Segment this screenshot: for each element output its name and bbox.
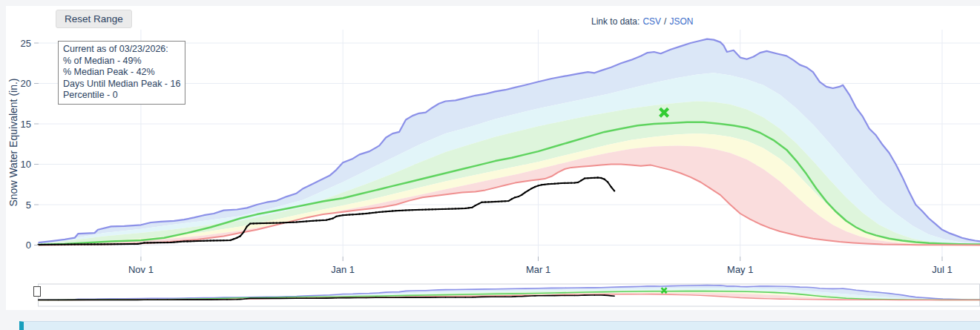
current-day-dot (557, 182, 559, 184)
current-day-dot (272, 222, 274, 224)
current-day-dot (143, 242, 145, 243)
current-day-dot (243, 231, 244, 233)
current-day-dot (44, 244, 45, 245)
current-day-dot (177, 300, 177, 300)
current-day-dot (375, 211, 377, 213)
current-day-dot (150, 242, 151, 243)
current-day-dot (355, 214, 357, 215)
x-tick-label: Nov 1 (128, 264, 154, 275)
rangeslider-left-handle[interactable] (34, 287, 41, 297)
current-day-dot (471, 207, 473, 208)
current-day-dot (269, 222, 271, 224)
data-links-prefix: Link to data: (591, 16, 639, 27)
current-day-dot (335, 216, 337, 217)
current-day-dot (306, 220, 307, 222)
current-day-dot (425, 209, 427, 211)
current-day-dot (253, 222, 254, 224)
current-day-dot (494, 201, 496, 202)
current-day-dot (574, 295, 575, 296)
current-day-dot (365, 213, 366, 214)
current-day-dot (137, 243, 138, 245)
current-day-dot (329, 218, 330, 220)
current-day-dot (134, 243, 135, 245)
current-day-dot (257, 298, 257, 299)
current-day-dot (93, 243, 95, 245)
current-day-dot (468, 207, 470, 208)
current-day-dot (362, 213, 364, 214)
current-day-dot (100, 243, 102, 245)
reset-range-button[interactable]: Reset Range (56, 10, 132, 28)
current-day-dot (405, 209, 407, 211)
current-day-dot (190, 240, 191, 242)
current-day-dot (385, 211, 387, 212)
current-day-dot (147, 242, 148, 243)
current-day-dot (127, 300, 128, 300)
current-day-dot (233, 238, 234, 240)
current-day-dot (266, 298, 267, 299)
y-tick-label: 20 (21, 78, 31, 89)
current-day-dot (435, 208, 436, 210)
current-day-dot (518, 196, 519, 197)
current-day-dot (415, 297, 416, 297)
current-day-dot (594, 294, 595, 295)
json-link[interactable]: JSON (669, 16, 693, 27)
current-day-dot (289, 222, 291, 223)
current-day-dot (451, 208, 453, 209)
current-day-dot (326, 220, 327, 221)
current-day-dot (545, 295, 545, 296)
y-tick-label: 5 (26, 199, 31, 211)
current-day-dot (435, 297, 436, 297)
y-tick-label: 25 (21, 38, 31, 49)
current-day-dot (163, 242, 165, 243)
current-day-dot (428, 208, 430, 210)
current-day-dot (501, 200, 502, 202)
current-day-dot (346, 214, 347, 216)
current-day-dot (237, 299, 237, 300)
current-day-dot (50, 244, 52, 245)
current-day-dot (200, 240, 201, 242)
csv-link[interactable]: CSV (642, 16, 661, 27)
current-day-dot (484, 297, 485, 297)
current-day-dot (276, 298, 277, 299)
current-day-dot (415, 209, 416, 211)
current-day-dot (554, 295, 555, 296)
current-day-dot (147, 300, 148, 300)
current-day-dot (455, 297, 456, 297)
current-day-dot (372, 212, 373, 214)
current-day-dot (140, 242, 142, 244)
current-day-dot (206, 240, 208, 241)
current-day-dot (137, 300, 138, 300)
current-day-dot (246, 298, 247, 299)
y-axis-title: Snow Water Equivalent (in.) (7, 46, 19, 239)
current-day-dot (448, 208, 450, 210)
current-day-dot (68, 300, 68, 300)
current-day-dot (87, 243, 88, 245)
current-day-dot (130, 243, 131, 245)
current-day-dot (395, 297, 396, 298)
current-day-dot (392, 210, 393, 211)
y-tick-label: 15 (21, 119, 31, 130)
current-day-dot (217, 299, 217, 300)
current-day-dot (378, 211, 380, 213)
y-tick-label: 10 (21, 159, 31, 170)
current-day-dot (226, 299, 227, 300)
current-day-dot (561, 182, 562, 184)
current-day-dot (421, 209, 423, 211)
current-day-dot (541, 184, 542, 185)
current-day-dot (584, 294, 585, 295)
current-day-dot (455, 208, 456, 209)
current-day-dot (216, 240, 217, 241)
current-day-dot (339, 215, 341, 217)
annotation-line-days-until-peak: Days Until Median Peak - 16 (63, 79, 180, 90)
current-day-dot (210, 240, 211, 241)
x-tick-label: Jul 1 (932, 264, 952, 275)
current-day-dot (54, 244, 56, 245)
current-day-dot (537, 185, 539, 186)
current-day-dot (157, 300, 158, 300)
current-day-dot (524, 191, 526, 193)
current-day-dot (597, 176, 599, 178)
current-day-dot (316, 297, 317, 298)
chart-paper: Nov 1Jan 1Mar 1May 1Jul 10510152025 Rese… (6, 6, 980, 310)
current-day-dot (369, 212, 370, 214)
current-day-dot (108, 300, 108, 300)
